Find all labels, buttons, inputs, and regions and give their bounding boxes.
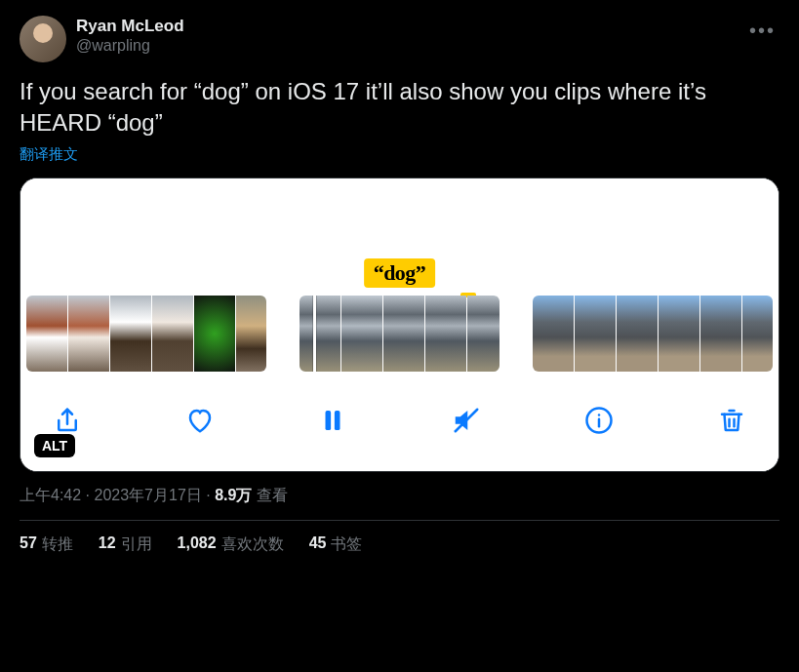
avatar[interactable] — [20, 16, 66, 62]
delete-button[interactable] — [712, 401, 751, 440]
views-label: 查看 — [252, 487, 287, 503]
heart-icon — [185, 406, 215, 435]
pause-icon — [318, 406, 347, 435]
clip-frame — [236, 296, 266, 372]
bookmarks-label: 书签 — [331, 534, 362, 555]
trash-icon — [717, 406, 746, 435]
clip-frame — [110, 296, 151, 372]
media-card[interactable]: “dog” — [20, 178, 779, 472]
clip-frame — [533, 296, 574, 372]
clip-group-2[interactable] — [300, 296, 499, 372]
clip-frame — [742, 296, 773, 372]
like-button[interactable] — [180, 401, 220, 440]
video-timeline[interactable] — [20, 296, 779, 377]
likes-label: 喜欢次数 — [221, 534, 284, 555]
clip-group-1[interactable] — [26, 296, 266, 372]
clip-frame — [617, 296, 658, 372]
info-button[interactable] — [579, 401, 619, 440]
transcript-highlight: “dog” — [364, 258, 436, 288]
author-display-name[interactable]: Ryan McLeod — [76, 16, 184, 36]
clip-group-3[interactable] — [533, 296, 773, 372]
meta-dot: · — [81, 487, 94, 503]
translate-link[interactable]: 翻译推文 — [20, 145, 78, 164]
quotes-label: 引用 — [121, 534, 152, 555]
tweet-header: Ryan McLeod @warpling — [20, 16, 779, 62]
share-icon — [53, 406, 82, 435]
svg-point-5 — [598, 414, 601, 416]
mute-icon — [452, 406, 481, 435]
clip-frame — [26, 296, 67, 372]
clip-frame — [341, 296, 382, 372]
info-icon — [584, 406, 614, 435]
quotes-count: 12 — [99, 534, 116, 555]
clip-frame — [425, 296, 466, 372]
author-names: Ryan McLeod @warpling — [76, 16, 184, 56]
media-controls — [20, 377, 779, 471]
tweet-meta: 上午4:42 · 2023年7月17日 · 8.9万 查看 — [20, 486, 779, 521]
clip-frame — [575, 296, 616, 372]
bookmarks-link[interactable]: 45 书签 — [309, 534, 363, 555]
svg-rect-0 — [326, 411, 332, 430]
media-top-area: “dog” — [20, 178, 779, 296]
tweet-text: If you search for “dog” on iOS 17 it’ll … — [20, 76, 779, 139]
clip-frame — [300, 296, 340, 372]
likes-count: 1,082 — [178, 534, 217, 555]
retweets-count: 57 — [20, 534, 37, 555]
clip-frame — [467, 296, 499, 372]
mute-button[interactable] — [447, 401, 486, 440]
clip-frame — [194, 296, 235, 372]
alt-badge[interactable]: ALT — [34, 434, 75, 457]
retweets-label: 转推 — [42, 534, 73, 555]
clip-frame — [659, 296, 699, 372]
pause-button[interactable] — [313, 401, 352, 440]
svg-rect-1 — [335, 411, 340, 430]
playhead[interactable] — [313, 296, 316, 372]
bookmarks-count: 45 — [309, 534, 327, 555]
engagement-counts: 57 转推 12 引用 1,082 喜欢次数 45 书签 — [20, 521, 779, 557]
author-handle[interactable]: @warpling — [76, 36, 184, 56]
likes-link[interactable]: 1,082 喜欢次数 — [178, 534, 284, 555]
quotes-link[interactable]: 12 引用 — [99, 534, 152, 555]
clip-frame — [152, 296, 193, 372]
tweet-container: ••• Ryan McLeod @warpling If you search … — [0, 0, 799, 573]
more-options-button[interactable]: ••• — [743, 14, 781, 48]
clip-frame — [383, 296, 424, 372]
views-count[interactable]: 8.9万 — [215, 487, 252, 503]
tweet-time[interactable]: 上午4:42 — [20, 487, 81, 503]
clip-frame — [700, 296, 741, 372]
retweets-link[interactable]: 57 转推 — [20, 534, 73, 555]
clip-frame — [68, 296, 109, 372]
tweet-date[interactable]: 2023年7月17日 — [94, 487, 201, 503]
meta-dot-2: · — [202, 487, 215, 503]
